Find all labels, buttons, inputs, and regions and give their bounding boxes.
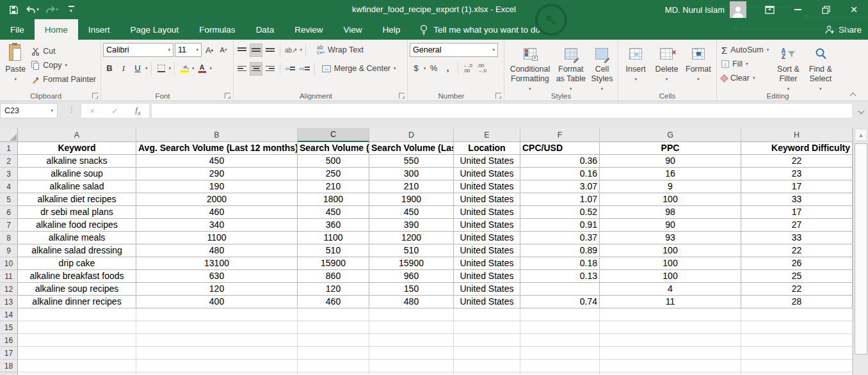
grid-cell-D11[interactable]: 960 — [369, 270, 454, 283]
grid-cell-A3[interactable]: alkaline soup — [18, 168, 136, 180]
close-button[interactable]: × — [840, 0, 868, 19]
grid-cell-G16[interactable] — [600, 334, 741, 347]
grid-cell-B19[interactable] — [136, 372, 298, 375]
grid-cell-E10[interactable]: United States — [454, 257, 520, 270]
grid-cell-F13[interactable]: 0.74 — [520, 296, 600, 308]
grid-cell-F3[interactable]: 0.16 — [520, 168, 600, 180]
grid-cell-H14[interactable] — [741, 308, 853, 321]
grid-cell-H4[interactable]: 17 — [741, 180, 853, 193]
grid-cell-F14[interactable] — [520, 308, 600, 321]
grid-cell-B13[interactable]: 400 — [136, 296, 298, 308]
grid-cell-C10[interactable]: 15900 — [298, 257, 369, 270]
orientation-dropdown-icon[interactable]: ▾ — [300, 47, 303, 52]
conditional-formatting-button[interactable]: ≠ Conditional Formatting▾ — [506, 42, 554, 93]
name-box[interactable]: C23 ▾ — [0, 103, 58, 118]
merge-center-button[interactable]: ↔ Merge & Center ▾ — [319, 61, 399, 76]
grid-cell-A16[interactable] — [18, 334, 136, 347]
vertical-scrollbar[interactable]: ▲ — [853, 128, 868, 375]
grid-cell-B5[interactable]: 2000 — [136, 193, 298, 206]
grid-cell-G7[interactable]: 90 — [600, 219, 741, 232]
grid-cell-D19[interactable] — [369, 372, 454, 375]
tab-insert[interactable]: Insert — [78, 19, 120, 40]
clipboard-dialog-launcher[interactable] — [92, 93, 98, 99]
grid-cell-C1[interactable]: Search Volume (Last 6 months) — [298, 142, 369, 155]
grid-cell-G12[interactable]: 4 — [600, 283, 741, 296]
font-size-combo[interactable]: 11▾ — [175, 43, 202, 57]
grid-cell-H17[interactable] — [741, 347, 853, 360]
tab-home[interactable]: Home — [35, 19, 78, 40]
row-header-14[interactable]: 14 — [0, 308, 18, 321]
grid-cell-G6[interactable]: 98 — [600, 206, 741, 219]
grid-cell-C7[interactable]: 360 — [298, 219, 369, 232]
grid-cell-F15[interactable] — [520, 321, 600, 334]
restore-button[interactable] — [812, 0, 840, 19]
grid-cell-H2[interactable]: 22 — [741, 155, 853, 168]
copy-button[interactable]: Copy ▾ — [29, 58, 99, 72]
grid-cell-D13[interactable]: 480 — [369, 296, 454, 308]
column-header-E[interactable]: E — [454, 128, 520, 142]
format-painter-button[interactable]: Format Painter — [29, 72, 99, 86]
grid-cell-B6[interactable]: 460 — [136, 206, 298, 219]
grid-cell-E3[interactable]: United States — [454, 168, 520, 180]
grid-cell-D7[interactable]: 390 — [369, 219, 454, 232]
grid-cell-F2[interactable]: 0.36 — [520, 155, 600, 168]
cell-styles-button[interactable]: Cell Styles▾ — [588, 42, 616, 93]
row-header-4[interactable]: 4 — [0, 180, 18, 193]
grid-cell-A5[interactable]: alkaline diet recipes — [18, 193, 136, 206]
grid-cell-C19[interactable] — [298, 372, 369, 375]
grid-cell-F18[interactable] — [520, 360, 600, 372]
row-header-7[interactable]: 7 — [0, 219, 18, 232]
grid-cell-D5[interactable]: 1900 — [369, 193, 454, 206]
sort-filter-button[interactable]: AZ Sort & Filter▾ — [772, 42, 804, 93]
clear-button[interactable]: Clear▾ — [719, 71, 772, 85]
grid-cell-B11[interactable]: 630 — [136, 270, 298, 283]
grid-cell-F19[interactable] — [520, 372, 600, 375]
wrap-text-button[interactable]: abc↩ Wrap Text — [314, 43, 366, 57]
grid-cell-C17[interactable] — [298, 347, 369, 360]
grid-cell-D1[interactable]: Search Volume (Last 3 months) — [369, 142, 454, 155]
grid-cell-H13[interactable]: 28 — [741, 296, 853, 308]
expand-formula-bar-icon[interactable] — [858, 108, 865, 115]
grid-cell-B18[interactable] — [136, 360, 298, 372]
grid-cell-D4[interactable]: 210 — [369, 180, 454, 193]
grid-cell-G14[interactable] — [600, 308, 741, 321]
row-header-13[interactable]: 13 — [0, 296, 18, 308]
grid-cell-G13[interactable]: 11 — [600, 296, 741, 308]
grid-cell-H1[interactable]: Keyword Difficulty — [741, 142, 853, 155]
grid-cell-E2[interactable]: United States — [454, 155, 520, 168]
autosum-button[interactable]: Σ AutoSum▾ — [719, 43, 772, 57]
grid-cell-F5[interactable]: 1.07 — [520, 193, 600, 206]
grid-cell-F7[interactable]: 0.91 — [520, 219, 600, 232]
tab-formulas[interactable]: Formulas — [189, 19, 245, 40]
grid-cell-A12[interactable]: alkaline soup recipes — [18, 283, 136, 296]
grid-cell-E7[interactable]: United States — [454, 219, 520, 232]
grid-cell-E16[interactable] — [454, 334, 520, 347]
tab-data[interactable]: Data — [246, 19, 285, 40]
grid-cell-D3[interactable]: 300 — [369, 168, 454, 180]
formula-input[interactable] — [151, 103, 853, 118]
bottom-align-button[interactable] — [264, 44, 277, 57]
grid-cell-G2[interactable]: 90 — [600, 155, 741, 168]
grid-cell-F9[interactable]: 0.89 — [520, 244, 600, 257]
middle-align-button[interactable] — [250, 44, 262, 57]
grid-cell-C15[interactable] — [298, 321, 369, 334]
scroll-up-button[interactable]: ▲ — [855, 129, 867, 141]
enter-icon[interactable]: ✓ — [111, 106, 118, 116]
grid-cell-A19[interactable] — [18, 372, 136, 375]
grid-cell-F10[interactable]: 0.18 — [520, 257, 600, 270]
grid-cell-A13[interactable]: alkaline dinner recipes — [18, 296, 136, 308]
column-header-A[interactable]: A — [18, 128, 136, 142]
borders-dropdown-icon[interactable]: ▾ — [169, 66, 172, 71]
grid-cell-B9[interactable]: 480 — [136, 244, 298, 257]
grid-cell-D14[interactable] — [369, 308, 454, 321]
number-dialog-launcher[interactable] — [495, 93, 501, 99]
grid-cell-B10[interactable]: 13100 — [136, 257, 298, 270]
grid-cell-H8[interactable]: 33 — [741, 232, 853, 244]
row-header-12[interactable]: 12 — [0, 283, 18, 296]
grid-cell-B12[interactable]: 120 — [136, 283, 298, 296]
grid-cell-E5[interactable]: United States — [454, 193, 520, 206]
grid-cell-H12[interactable]: 22 — [741, 283, 853, 296]
grid-cell-E15[interactable] — [454, 321, 520, 334]
grid-cell-B15[interactable] — [136, 321, 298, 334]
column-header-C[interactable]: C — [298, 128, 369, 142]
